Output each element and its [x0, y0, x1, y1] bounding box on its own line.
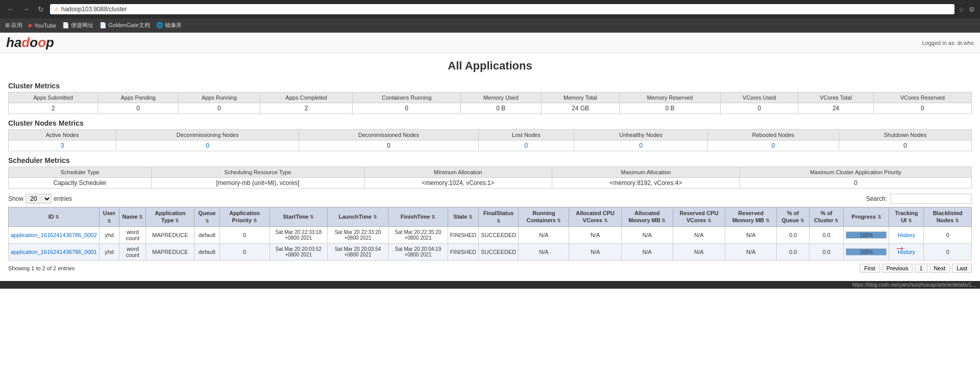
bookmark-star-icon[interactable]: ☆: [959, 6, 965, 13]
table-row: application_1616241436786_0001yhdword co…: [9, 244, 972, 261]
scheduler-value-1: [memory-mb (unit=Mi), vcores]: [152, 178, 364, 189]
cluster-nodes-value-4: 0: [574, 141, 708, 151]
mirror-icon: 🌐: [156, 22, 163, 29]
scheduler-header-3: Maximum Allocation: [552, 167, 740, 178]
progress-bar-1: 100%: [846, 248, 887, 255]
bookmark-mirror[interactable]: 🌐 镜像库: [156, 21, 182, 29]
security-warning-icon: ⚠: [54, 6, 59, 13]
forward-button[interactable]: →: [20, 4, 32, 14]
address-bar[interactable]: ⚠ hadoop103:8088/cluster: [50, 4, 954, 14]
browser-chrome: ← → ↻ ⚠ hadoop103:8088/cluster ☆ ⚙: [0, 0, 980, 18]
cluster-nodes-value-5: 0: [707, 141, 839, 151]
logged-in-text: Logged in as: dr.who: [922, 40, 974, 46]
cluster-nodes-header-3: Lost Nodes: [478, 130, 574, 141]
hadoop-logo: hadoop: [6, 35, 54, 51]
cluster-nodes-value-6: 0: [839, 141, 971, 151]
cluster-metrics-value-5: 0 B: [460, 103, 541, 114]
bookmark-apps[interactable]: ⊞ 应用: [5, 21, 22, 29]
apps-cell-r1-c5: 0: [219, 244, 270, 261]
apps-cell-r0-c9: FINISHED: [448, 227, 478, 244]
extensions-icon[interactable]: ⚙: [969, 6, 975, 13]
apps-header-16[interactable]: % of Queue ⇅: [777, 207, 810, 227]
cluster-metrics-value-2: 0: [179, 103, 260, 114]
app-id-link-0[interactable]: application_1616241436786_0002: [11, 232, 97, 238]
apps-header-3[interactable]: Application Type ⇅: [146, 207, 194, 227]
cluster-nodes-link-1[interactable]: 0: [206, 142, 209, 149]
cluster-nodes-value-0: 3: [9, 141, 116, 151]
pagination-btn-1[interactable]: 1: [915, 264, 927, 273]
main-content: Cluster Metrics Apps SubmittedApps Pendi…: [0, 82, 980, 281]
apps-header-14[interactable]: Reserved CPU VCores ⇅: [673, 207, 725, 227]
page-title: All Applications: [0, 53, 980, 77]
apps-cell-r1-c11: N/A: [519, 244, 569, 261]
cluster-metrics-value-10: 0: [873, 103, 971, 114]
apps-header-11[interactable]: Running Containers ⇅: [519, 207, 569, 227]
goldengate-icon: 📄: [100, 22, 107, 29]
bookmark-youtube[interactable]: ▶ YouTube: [29, 22, 56, 29]
apps-cell-r0-c1: yhd: [99, 227, 119, 244]
apps-cell-r1-c17: 0.0: [809, 244, 843, 261]
showing-entries-text: Showing 1 to 2 of 2 entries: [8, 265, 75, 271]
pagination-btn-next[interactable]: Next: [929, 264, 950, 273]
entries-select[interactable]: 102050100: [26, 194, 52, 204]
shortcuts-icon: 📄: [62, 22, 69, 29]
apps-header-12[interactable]: Allocated CPU VCores ⇅: [569, 207, 621, 227]
table-controls: Show 102050100 entries Search:: [8, 194, 972, 204]
bookmark-shortcuts[interactable]: 📄 便捷网址: [62, 21, 93, 29]
cluster-nodes-link-0[interactable]: 3: [61, 142, 64, 149]
pagination-btn-previous[interactable]: Previous: [882, 264, 913, 273]
app-id-link-1[interactable]: application_1616241436786_0001: [11, 249, 97, 255]
cluster-nodes-link-4[interactable]: 0: [639, 142, 643, 149]
cluster-nodes-link-3[interactable]: 0: [525, 142, 528, 149]
apps-cell-r0-c8: Sat Mar 20 22:35:20 +0800 2021: [388, 227, 448, 244]
apps-header-18[interactable]: Progress ⇅: [844, 207, 889, 227]
apps-header-4[interactable]: Queue ⇅: [194, 207, 219, 227]
apps-header-6[interactable]: StartTime ⇅: [270, 207, 327, 227]
tracking-link-1[interactable]: History: [898, 249, 915, 255]
youtube-icon: ▶: [29, 22, 33, 29]
apps-header-17[interactable]: % of Cluster ⇅: [809, 207, 843, 227]
apps-header-19[interactable]: Tracking UI ⇅: [889, 207, 924, 227]
back-button[interactable]: ←: [5, 4, 16, 14]
page-header: hadoop Logged in as: dr.who: [0, 33, 980, 53]
apps-header-8[interactable]: FinishTime ⇅: [388, 207, 448, 227]
apps-header-5[interactable]: Application Priority ⇅: [219, 207, 270, 227]
search-label: Search:: [866, 195, 887, 202]
cluster-metrics-header-9: VCores Total: [798, 92, 874, 103]
table-row: application_1616241436786_0002yhdword co…: [9, 227, 972, 244]
scheduler-header-0: Scheduler Type: [9, 167, 152, 178]
apps-header-20[interactable]: Blacklisted Nodes ⇅: [924, 207, 972, 227]
bookmark-goldengate[interactable]: 📄 GoldenGate文档: [100, 21, 150, 29]
applications-table: ID ⇅User ⇅Name ⇅Application Type ⇅Queue …: [8, 207, 972, 261]
apps-header-13[interactable]: Allocated Memory MB ⇅: [621, 207, 673, 227]
pagination-btn-first[interactable]: First: [860, 264, 879, 273]
reload-button[interactable]: ↻: [36, 4, 46, 14]
search-input[interactable]: [890, 194, 972, 204]
scheduler-header-1: Scheduling Resource Type: [152, 167, 364, 178]
apps-header-9[interactable]: State ⇅: [448, 207, 478, 227]
cluster-nodes-header-2: Decommissioned Nodes: [299, 130, 479, 141]
scheduler-value-2: <memory:1024, vCores:1>: [364, 178, 552, 189]
apps-header-0[interactable]: ID ⇅: [9, 207, 100, 227]
apps-header-7[interactable]: LaunchTime ⇅: [327, 207, 388, 227]
cluster-metrics-value-4: 0: [353, 103, 460, 114]
apps-header-1[interactable]: User ⇅: [99, 207, 119, 227]
tracking-link-0[interactable]: History: [898, 232, 915, 238]
apps-cell-r1-c1: yhd: [99, 244, 119, 261]
apps-cell-r0-c4: default: [194, 227, 219, 244]
scheduler-value-3: <memory:8192, vCores:4>: [552, 178, 740, 189]
apps-cell-r0-c19: History: [889, 227, 924, 244]
cluster-nodes-header-5: Rebooted Nodes: [707, 130, 839, 141]
cluster-nodes-link-5[interactable]: 0: [771, 142, 775, 149]
apps-header-15[interactable]: Reserved Memory MB ⇅: [725, 207, 777, 227]
scheduler-value-0: Capacity Scheduler: [9, 178, 152, 189]
pagination-btn-last[interactable]: Last: [952, 264, 972, 273]
cluster-nodes-title: Cluster Nodes Metrics: [8, 119, 972, 127]
table-footer: Showing 1 to 2 of 2 entries FirstPreviou…: [8, 264, 972, 273]
cluster-metrics-header-3: Apps Completed: [260, 92, 353, 103]
apps-cell-r0-c5: 0: [219, 227, 270, 244]
address-text: hadoop103:8088/cluster: [61, 6, 127, 13]
apps-header-2[interactable]: Name ⇅: [119, 207, 146, 227]
cluster-metrics-header-8: VCores Used: [720, 92, 798, 103]
apps-header-10[interactable]: FinalStatus ⇅: [478, 207, 518, 227]
